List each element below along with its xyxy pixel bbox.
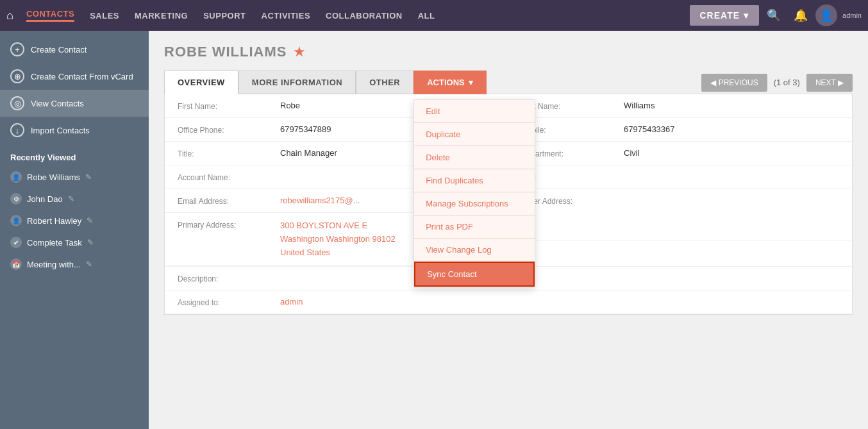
account-name-label: Account Name: <box>178 172 280 182</box>
search-button[interactable]: 🔍 <box>762 6 786 25</box>
favorite-star-icon[interactable]: ★ <box>293 44 306 60</box>
menu-manage-subscriptions[interactable]: Manage Subscriptions <box>414 192 535 215</box>
nav-collaboration[interactable]: COLLABORATION <box>326 11 403 21</box>
address-line1: 300 BOYLSTON AVE E <box>280 221 367 230</box>
prev-button[interactable]: ◀ PREVIOUS <box>701 74 767 92</box>
nav-support[interactable]: SUPPORT <box>203 11 246 21</box>
main-content: ROBE WILLIAMS ★ OVERVIEW MORE INFORMATIO… <box>149 31 868 429</box>
rv-edit-robert[interactable]: ✎ <box>87 216 93 225</box>
email-label: Email Address: <box>178 196 280 206</box>
nav-marketing[interactable]: MARKETING <box>135 11 188 21</box>
import-contacts-icon: ↓ <box>10 123 24 137</box>
other-address-label: Other Address: <box>521 196 624 206</box>
create-contact-icon: + <box>10 42 24 56</box>
rv-label-robert: Robert Hawley <box>27 216 81 226</box>
menu-find-duplicates[interactable]: Find Duplicates <box>414 169 535 192</box>
rv-edit-john[interactable]: ✎ <box>68 194 74 203</box>
rv-meeting[interactable]: 📅 Meeting with... ✎ <box>0 253 149 275</box>
last-name-label: Last Name: <box>521 101 624 111</box>
record-title-bar: ROBE WILLIAMS ★ <box>164 44 853 60</box>
menu-duplicate[interactable]: Duplicate <box>414 123 535 146</box>
nav-links: CONTACTS SALES MARKETING SUPPORT ACTIVIT… <box>19 9 690 22</box>
view-contacts-label: View Contacts <box>31 99 138 108</box>
mobile-value: 67975433367 <box>624 124 839 134</box>
mobile-label: Mobile: <box>521 124 624 135</box>
actions-dropdown-arrow: ▾ <box>469 78 473 87</box>
rv-label-meeting: Meeting with... <box>27 260 81 269</box>
tab-other[interactable]: OTHER <box>356 71 413 94</box>
sidebar-item-create-from-vcard[interactable]: ⊕ Create Contact From vCard <box>0 63 149 90</box>
rv-edit-robe[interactable]: ✎ <box>85 172 92 181</box>
title-label: Title: <box>178 148 280 158</box>
actions-dropdown-menu: Edit Duplicate Delete Find Duplicates Ma… <box>413 99 535 287</box>
department-label: Department: <box>521 148 624 158</box>
nav-sales[interactable]: SALES <box>90 11 119 21</box>
menu-delete[interactable]: Delete <box>414 146 535 169</box>
sidebar-item-create-contact[interactable]: + Create Contact <box>0 36 149 63</box>
rv-icon-task: ✔ <box>10 237 22 248</box>
actions-label: ACTIONS <box>427 78 465 87</box>
create-button[interactable]: CREATE ▾ <box>690 5 760 26</box>
rv-label-john: John Dao <box>27 194 63 204</box>
rv-robert-hawley[interactable]: 👤 Robert Hawley ✎ <box>0 210 149 231</box>
assigned-to-label: Assigned to: <box>178 297 280 307</box>
department-value: Civil <box>624 148 839 158</box>
last-name-row: Last Name: Williams <box>508 94 852 118</box>
primary-address-label: Primary Address: <box>178 219 280 230</box>
department-row: Department: Civil <box>508 142 852 165</box>
sidebar-item-view-contacts[interactable]: ◎ View Contacts <box>0 90 149 117</box>
address-line2: Washington Washington 98102 <box>280 234 396 244</box>
menu-sync-contact[interactable]: Sync Contact <box>414 262 535 287</box>
rv-icon-john: ⚙ <box>10 193 22 205</box>
fax-label: Fax: <box>521 172 624 182</box>
sidebar: + Create Contact ⊕ Create Contact From v… <box>0 31 149 429</box>
last-name-value: Williams <box>624 101 839 110</box>
notifications-button[interactable]: 🔔 <box>789 6 813 25</box>
sidebar-item-import-contacts[interactable]: ↓ Import Contacts <box>0 117 149 144</box>
other-address-row: Other Address: <box>508 189 852 240</box>
rv-label-robe: Robe Williams <box>27 172 80 182</box>
next-button[interactable]: NEXT ▶ <box>806 74 853 92</box>
assigned-to-value[interactable]: admin <box>280 297 839 307</box>
first-name-label: First Name: <box>178 101 280 111</box>
import-contacts-label: Import Contacts <box>31 126 138 135</box>
rv-icon-robert: 👤 <box>10 215 22 226</box>
avatar[interactable]: 👤 <box>815 4 837 26</box>
create-contact-label: Create Contact <box>31 45 138 55</box>
rv-john-dao[interactable]: ⚙ John Dao ✎ <box>0 188 149 210</box>
menu-view-change-log[interactable]: View Change Log <box>414 239 535 261</box>
admin-label: admin <box>842 12 862 19</box>
rv-edit-meeting[interactable]: ✎ <box>86 260 92 269</box>
top-nav: ⌂ CONTACTS SALES MARKETING SUPPORT ACTIV… <box>0 0 868 31</box>
tab-bar: OVERVIEW MORE INFORMATION OTHER ACTIONS … <box>164 71 853 94</box>
mobile-row: Mobile: 67975433367 <box>508 118 852 142</box>
office-phone-label: Office Phone: <box>178 124 280 135</box>
main-layout: + Create Contact ⊕ Create Contact From v… <box>0 31 868 429</box>
record-name: ROBE WILLIAMS <box>164 44 287 60</box>
tab-overview[interactable]: OVERVIEW <box>164 71 238 94</box>
description-label: Description: <box>178 273 280 283</box>
fax-row: Fax: <box>508 165 852 189</box>
nav-activities[interactable]: ACTIVITIES <box>262 11 311 21</box>
assigned-to-row: Assigned to: admin <box>165 290 852 314</box>
rv-label-task: Complete Task <box>27 238 82 248</box>
rv-robe-williams[interactable]: 👤 Robe Williams ✎ <box>0 166 149 188</box>
create-dropdown-arrow: ▾ <box>744 10 749 21</box>
create-vcard-label: Create Contact From vCard <box>31 72 138 81</box>
menu-print-as-pdf[interactable]: Print as PDF <box>414 215 535 238</box>
rv-edit-task[interactable]: ✎ <box>87 238 94 247</box>
nav-all[interactable]: ALL <box>418 11 435 21</box>
nav-right: CREATE ▾ 🔍 🔔 👤 admin <box>690 4 862 26</box>
nav-contacts[interactable]: CONTACTS <box>26 9 74 22</box>
menu-edit[interactable]: Edit <box>414 100 535 122</box>
home-icon[interactable]: ⌂ <box>6 9 13 22</box>
view-contacts-icon: ◎ <box>10 96 24 110</box>
detail-right-col: Last Name: Williams Mobile: 67975433367 … <box>508 94 852 266</box>
tab-more-information[interactable]: MORE INFORMATION <box>238 71 356 94</box>
rv-icon-robe: 👤 <box>10 171 22 183</box>
tab-actions-button[interactable]: ACTIONS ▾ <box>413 71 487 94</box>
rv-complete-task[interactable]: ✔ Complete Task ✎ <box>0 231 149 253</box>
address-line3: United States <box>280 248 330 257</box>
rv-icon-meeting: 📅 <box>10 258 22 270</box>
pagination-info: (1 of 3) <box>771 78 803 87</box>
